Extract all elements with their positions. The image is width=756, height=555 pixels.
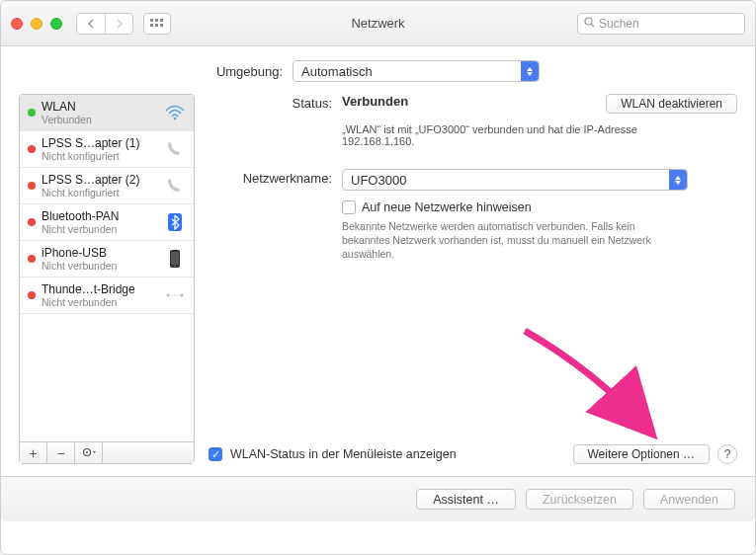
svg-rect-3 (150, 24, 153, 27)
sidebar-item-status: Nicht verbunden (42, 296, 158, 308)
add-service-button[interactable]: + (20, 442, 47, 463)
apply-button[interactable]: Anwenden (643, 489, 735, 510)
network-row: Netzwerkname: UFO3000 (209, 169, 737, 191)
sidebar-item-status: Nicht konfiguriert (42, 150, 158, 162)
wifi-icon (164, 102, 186, 123)
location-row: Umgebung: Automatisch (1, 46, 755, 94)
thunderbolt-icon (164, 284, 186, 306)
svg-point-17 (86, 451, 88, 453)
sidebar-item-label: Thunde…t-Bridge (42, 282, 158, 296)
network-select[interactable]: UFO3000 (342, 169, 688, 191)
svg-rect-11 (171, 252, 179, 265)
search-icon (584, 17, 595, 31)
panel-footer: WLAN-Status in der Menüleiste anzeigen W… (209, 444, 737, 464)
revert-button[interactable]: Zurücksetzen (526, 489, 633, 510)
more-options-button[interactable]: Weitere Optionen … (573, 444, 711, 464)
sidebar-item-wlan[interactable]: WLAN Verbunden (20, 95, 194, 131)
svg-rect-2 (160, 19, 163, 22)
svg-point-8 (174, 118, 177, 120)
iphone-icon (164, 248, 186, 270)
close-icon[interactable] (11, 18, 23, 30)
chevron-updown-icon (669, 170, 687, 190)
bottom-bar: Assistent … Zurücksetzen Anwenden (1, 476, 755, 521)
new-networks-row: Auf neue Netzwerke hinweisen (342, 200, 737, 214)
main-area: WLAN Verbunden LPSS S…apter (1) Nicht ko… (1, 94, 755, 476)
svg-rect-5 (160, 24, 163, 27)
traffic-lights (11, 18, 62, 30)
sidebar-item-thunderbolt[interactable]: Thunde…t-Bridge Nicht verbunden (20, 278, 194, 314)
network-label: Netzwerkname: (209, 169, 342, 191)
grid-icon (150, 19, 164, 29)
svg-rect-4 (155, 24, 158, 27)
search-input[interactable]: Suchen (577, 13, 745, 35)
status-dot-icon (28, 218, 36, 226)
status-subtext: „WLAN“ ist mit „UFO3000“ verbunden und h… (342, 123, 688, 147)
forward-button[interactable] (105, 14, 132, 34)
sidebar-item-lpss2[interactable]: LPSS S…apter (2) Nicht konfiguriert (20, 168, 194, 204)
system-preferences-window: Netzwerk Suchen Umgebung: Automatisch WL… (0, 0, 756, 555)
gear-icon (81, 445, 97, 461)
search-placeholder: Suchen (599, 17, 639, 31)
bluetooth-icon (164, 211, 186, 233)
sidebar-item-status: Nicht verbunden (42, 260, 158, 272)
status-dot-icon (28, 182, 36, 190)
titlebar: Netzwerk Suchen (1, 1, 755, 46)
help-button[interactable]: ? (717, 444, 737, 464)
sidebar-item-label: iPhone-USB (42, 246, 158, 260)
new-networks-checkbox[interactable] (342, 200, 356, 214)
menubar-label: WLAN-Status in der Menüleiste anzeigen (230, 447, 457, 461)
menubar-checkbox[interactable] (209, 447, 222, 461)
status-row: Status: Verbunden WLAN deaktivieren (209, 94, 737, 114)
nav-back-forward (76, 13, 133, 35)
status-label: Status: (209, 94, 342, 114)
status-dot-icon (28, 255, 36, 263)
phone-icon (164, 175, 186, 197)
service-actions-button[interactable] (75, 442, 103, 463)
sidebar-item-status: Verbunden (42, 114, 158, 125)
services-sidebar: WLAN Verbunden LPSS S…apter (1) Nicht ko… (19, 94, 195, 464)
sidebar-item-label: WLAN (42, 100, 158, 114)
remove-service-button[interactable]: − (47, 442, 75, 463)
back-button[interactable] (77, 14, 105, 34)
svg-point-12 (174, 266, 176, 268)
status-dot-icon (28, 109, 36, 117)
sidebar-item-bluetooth[interactable]: Bluetooth-PAN Nicht verbunden (20, 204, 194, 241)
new-networks-hint: Bekannte Netzwerke werden automatisch ve… (342, 219, 678, 262)
sidebar-item-status: Nicht verbunden (42, 223, 158, 235)
sidebar-item-iphone[interactable]: iPhone-USB Nicht verbunden (20, 241, 194, 278)
svg-rect-0 (150, 19, 153, 22)
status-value: Verbunden (342, 94, 408, 109)
sidebar-item-lpss1[interactable]: LPSS S…apter (1) Nicht konfiguriert (20, 131, 194, 168)
location-value: Automatisch (301, 64, 373, 79)
location-select[interactable]: Automatisch (293, 60, 540, 82)
status-dot-icon (28, 291, 36, 299)
minimize-icon[interactable] (31, 18, 42, 30)
annotation-arrow-icon (505, 321, 673, 449)
detail-panel: Status: Verbunden WLAN deaktivieren „WLA… (209, 94, 737, 464)
phone-icon (164, 138, 186, 160)
sidebar-item-label: Bluetooth-PAN (42, 209, 158, 223)
wlan-deactivate-button[interactable]: WLAN deaktivieren (606, 94, 737, 114)
sidebar-item-status: Nicht konfiguriert (42, 187, 158, 198)
assistant-button[interactable]: Assistent … (416, 489, 516, 510)
network-value: UFO3000 (351, 173, 406, 188)
sidebar-footer: + − (20, 441, 194, 463)
status-dot-icon (28, 145, 36, 153)
zoom-icon[interactable] (50, 18, 62, 30)
sidebar-item-label: LPSS S…apter (2) (42, 173, 158, 187)
location-label: Umgebung: (216, 64, 283, 79)
new-networks-label: Auf neue Netzwerke hinweisen (362, 200, 532, 214)
show-all-button[interactable] (143, 13, 171, 35)
svg-line-7 (591, 24, 594, 27)
svg-rect-1 (155, 19, 158, 22)
svg-point-6 (585, 18, 592, 25)
sidebar-item-label: LPSS S…apter (1) (42, 136, 158, 150)
chevron-updown-icon (521, 61, 539, 81)
